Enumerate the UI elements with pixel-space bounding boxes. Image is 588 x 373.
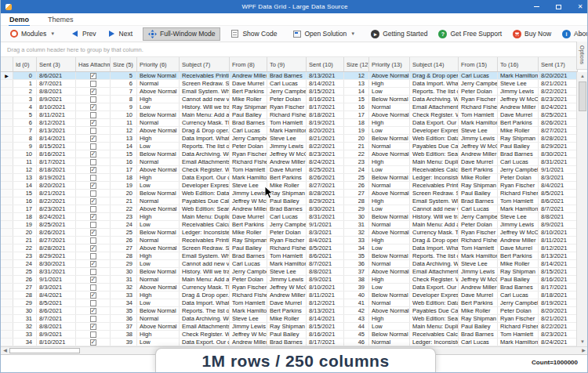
scroll-right-icon[interactable]: ▶ [579,347,588,354]
table-row[interactable]: 168/22/202121NormalPayables Due Calc...J… [1,197,578,205]
checkbox-unchecked-icon[interactable] [90,237,96,244]
table-row[interactable]: 158/21/202120Below NormalWeb Edition: Da… [1,190,578,197]
buy-now-button[interactable]: Buy Now [507,27,557,41]
column-header[interactable]: Size (12) [344,57,369,71]
checkbox-checked-icon[interactable] [90,277,96,283]
table-row[interactable]: 228/28/202127Above NormalScreen Redraw. … [1,244,578,252]
checkbox-unchecked-icon[interactable] [90,331,96,338]
modules-button[interactable]: Modules▼ [4,27,60,41]
column-header[interactable]: From (15) [459,57,498,71]
checkbox-checked-icon[interactable] [90,151,96,158]
column-header[interactable]: Priority (6) [137,57,180,71]
checkbox-checked-icon[interactable] [90,183,96,189]
checkbox-unchecked-icon[interactable] [90,253,96,259]
checkbox-checked-icon[interactable] [90,89,96,95]
table-row[interactable]: 138/19/202118HighData Export. Our c...Ma… [1,174,578,182]
checkbox-checked-icon[interactable] [90,230,96,236]
ribbon-collapse-icon[interactable]: ⌄ [579,30,584,37]
tab-demo[interactable]: Demo [9,14,30,25]
checkbox-checked-icon[interactable] [90,245,96,252]
column-header[interactable]: Id (0) [13,57,37,71]
table-row[interactable]: 198/25/202124LowReceivables Calcula...Be… [1,221,578,229]
checkbox-checked-icon[interactable] [90,104,96,110]
table-row[interactable]: 38/9/20218HighCannot add new ve...Mike R… [1,96,578,103]
horizontal-scrollbar-thumb[interactable] [9,348,80,353]
table-row[interactable]: ▶08/6/20215Below NormalReceivables Print… [1,72,578,80]
getting-started-button[interactable]: ▸ Getting Started [365,27,433,41]
table-row[interactable]: 258/31/202130Below NormalHistory. Will w… [1,268,578,276]
table-row[interactable]: 148/20/202119LowDeveloper Express...Stev… [1,182,578,190]
table-row[interactable]: 48/10/20219LowHistory. Will we tra...Ray… [1,103,578,111]
table-row[interactable]: 178/23/202122Above NormalWeb Edition: Se… [1,205,578,213]
checkbox-unchecked-icon[interactable] [90,81,96,87]
table-row[interactable]: 218/27/202126NormalReceivables Printin..… [1,237,578,244]
table-row[interactable]: 18/7/20216NormalScreen Redraw. So...Dave… [1,80,578,88]
table-row[interactable]: 118/17/202116NormalEmail Attachments...R… [1,158,578,166]
column-header[interactable]: Size (5) [111,57,137,71]
table-row[interactable]: 238/29/202128HighEmail System. Wha...Bra… [1,252,578,260]
checkbox-unchecked-icon[interactable] [90,206,96,212]
column-header[interactable]: Sent (17) [539,57,578,71]
checkbox-unchecked-icon[interactable] [90,300,96,306]
table-row[interactable]: 278/3/202132Above NormalCurrency Mask. T… [1,284,578,292]
checkbox-unchecked-icon[interactable] [90,143,96,150]
table-row[interactable]: 128/18/202117Above NormalCheck Register.… [1,166,578,174]
table-row[interactable]: 58/11/202110Below NormalMain Menu: Add a… [1,111,578,119]
checkbox-unchecked-icon[interactable] [90,316,96,322]
table-row[interactable]: 288/4/202133HighDrag & Drop oper...Richa… [1,292,578,299]
table-row[interactable]: 248/30/202129LowCannot add new ve...Carl… [1,260,578,268]
maximize-button[interactable] [553,3,564,10]
table-row[interactable]: 348/10/202139LowData Export. Our c...And… [1,339,578,346]
checkbox-unchecked-icon[interactable] [90,96,96,103]
table-row[interactable]: 208/26/202125Below NormalLedger: Inconsi… [1,229,578,237]
checkbox-unchecked-icon[interactable] [90,190,96,197]
options-side-tab[interactable]: Options [576,42,587,70]
table-row[interactable]: 328/8/202137Above NormalEmail Attachment… [1,323,578,331]
checkbox-checked-icon[interactable] [90,120,96,126]
checkbox-unchecked-icon[interactable] [90,222,96,228]
checkbox-checked-icon[interactable] [90,167,96,173]
column-header[interactable]: Subject (7) [180,57,230,71]
group-by-panel[interactable]: Drag a column header here to group by th… [1,42,588,57]
table-row[interactable]: 308/6/202135Below NormalReports. The lis… [1,307,578,315]
vertical-scrollbar[interactable]: ▲ ▼ [576,72,587,346]
table-row[interactable]: 108/16/202115Below NormalData Archiving.… [1,150,578,158]
column-header[interactable]: Subject (14) [410,57,459,71]
checkbox-checked-icon[interactable] [90,308,96,314]
next-button[interactable]: Next [102,27,138,41]
vertical-scrollbar-thumb[interactable] [579,81,586,111]
column-header[interactable]: Priority (13) [369,57,410,71]
table-row[interactable]: 318/7/202136NormalData Archiving. We...S… [1,315,578,323]
checkbox-unchecked-icon[interactable] [90,128,96,134]
column-header[interactable]: From (8) [230,57,267,71]
checkbox-checked-icon[interactable] [90,214,96,220]
checkbox-unchecked-icon[interactable] [90,159,96,165]
checkbox-checked-icon[interactable] [90,292,96,299]
table-row[interactable]: 338/9/202138HighCheck Register. We...Jef… [1,331,578,339]
checkbox-unchecked-icon[interactable] [90,269,96,275]
scroll-down-icon[interactable]: ▼ [578,338,587,346]
minimize-button[interactable] [531,3,542,10]
checkbox-unchecked-icon[interactable] [90,175,96,181]
close-button[interactable]: ✕ [575,3,586,10]
table-row[interactable]: 98/15/202114LowReports. The list of...Pe… [1,143,578,150]
tab-themes[interactable]: Themes [47,14,74,25]
column-header[interactable]: To (16) [498,57,539,71]
column-header[interactable]: Sent (10) [307,57,344,71]
checkbox-unchecked-icon[interactable] [90,112,96,118]
get-free-support-button[interactable]: ? Get Free Support [433,27,507,41]
checkbox-checked-icon[interactable] [90,136,96,142]
show-code-button[interactable]: Show Code [225,27,282,41]
table-row[interactable]: 28/8/20217Above NormalEmail System. Wha.… [1,88,578,96]
column-header[interactable]: Has Attachm... [76,57,111,71]
checkbox-checked-icon[interactable] [90,339,96,346]
column-header[interactable]: To (9) [267,57,307,71]
table-row[interactable]: 78/13/202112Above NormalDrag & Drop oper… [1,127,578,135]
checkbox-checked-icon[interactable] [90,73,96,79]
scroll-up-icon[interactable]: ▲ [578,72,587,81]
table-row[interactable]: 298/5/202134LowData Import. What...Tom H… [1,299,578,307]
table-row[interactable]: 88/14/202113HighData Import. What...Jerr… [1,135,578,143]
prev-button[interactable]: Prev [65,27,101,41]
table-row[interactable]: 269/1/202131NormalMain Menu: Add a...Pet… [1,276,578,284]
checkbox-checked-icon[interactable] [90,324,96,330]
